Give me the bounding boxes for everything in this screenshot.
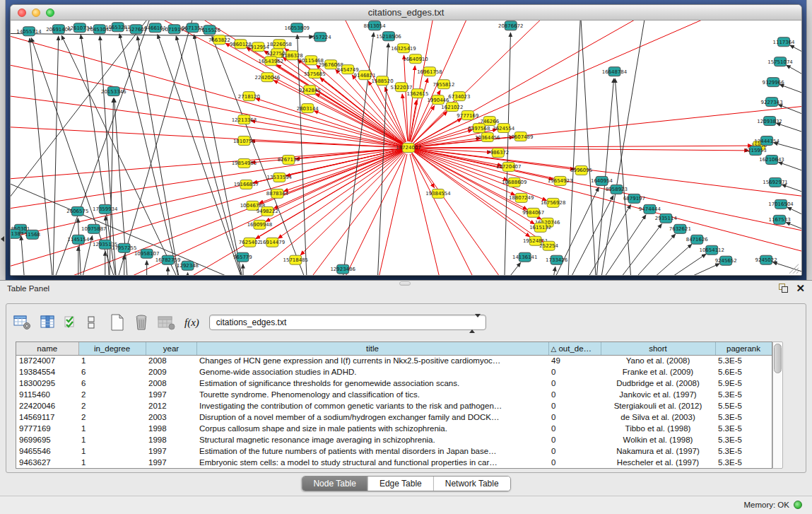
- table-cell[interactable]: 18724007: [16, 355, 78, 366]
- table-cell[interactable]: 1: [78, 423, 146, 434]
- network-node[interactable]: 1362615: [406, 89, 428, 98]
- network-node[interactable]: 16053809: [285, 23, 310, 33]
- column-header-pagerank[interactable]: pagerank: [715, 342, 772, 355]
- new-table-button[interactable]: [110, 314, 125, 331]
- table-cell[interactable]: 0: [548, 378, 601, 389]
- collapse-arrow-icon[interactable]: [1, 236, 4, 242]
- table-cell[interactable]: 5.3E-5: [715, 434, 772, 445]
- column-header-short[interactable]: short: [601, 342, 715, 355]
- table-row[interactable]: 1872400712008Changes of HCN gene express…: [16, 355, 772, 366]
- table-cell[interactable]: 1: [78, 434, 146, 445]
- column-header-out-degree[interactable]: △ out_de…: [548, 342, 601, 355]
- network-node[interactable]: 1640954: [591, 176, 613, 185]
- table-cell[interactable]: 2003: [146, 411, 196, 423]
- table-cell[interactable]: 0: [548, 400, 601, 411]
- window-titlebar[interactable]: citations_edges.txt: [11, 5, 801, 21]
- table-cell[interactable]: 0: [548, 457, 601, 468]
- table-cell[interactable]: 1997: [146, 389, 196, 400]
- column-header-year[interactable]: year: [146, 342, 196, 355]
- network-node[interactable]: 10975887: [81, 224, 106, 233]
- network-node[interactable]: 1145154: [67, 235, 90, 244]
- table-cell[interactable]: Franke et al. (2009): [601, 366, 715, 378]
- table-row[interactable]: 977716911998Corpus callosum shape and si…: [16, 423, 772, 434]
- network-node[interactable]: 10653287: [105, 23, 130, 32]
- table-settings-button[interactable]: [13, 315, 32, 330]
- network-node[interactable]: 20453042: [87, 25, 112, 34]
- table-row[interactable]: 969969511998Structural magnetic resonanc…: [16, 434, 772, 445]
- table-cell[interactable]: 0: [548, 389, 601, 400]
- table-scrollbar[interactable]: [772, 341, 783, 469]
- table-cell[interactable]: 5.9E-5: [715, 378, 772, 389]
- table-cell[interactable]: Structural magnetic resonance image aver…: [196, 434, 548, 445]
- table-cell[interactable]: Disruption of a novel member of a sodium…: [196, 411, 548, 423]
- table-cell[interactable]: Jankovic et al. (1997): [601, 389, 715, 400]
- column-header-in-degree[interactable]: in_degree: [78, 342, 146, 355]
- network-node[interactable]: 15751074: [767, 57, 793, 66]
- network-node[interactable]: 16325419: [391, 44, 416, 53]
- network-node[interactable]: 16640910: [403, 54, 428, 64]
- memory-status[interactable]: Memory: OK: [743, 501, 802, 509]
- network-node[interactable]: 13533594: [267, 173, 293, 182]
- network-node[interactable]: 252254: [539, 241, 558, 250]
- network-node[interactable]: 1527602: [125, 25, 147, 34]
- table-cell[interactable]: Estimation of the future numbers of pati…: [196, 445, 548, 457]
- network-node[interactable]: 10958107: [134, 249, 159, 258]
- network-node[interactable]: 2935114: [655, 214, 678, 223]
- table-cell[interactable]: 6: [78, 366, 146, 378]
- table-cell[interactable]: 19384554: [16, 366, 78, 378]
- tab-network-table[interactable]: Network Table: [433, 477, 510, 491]
- table-cell[interactable]: 5.3E-5: [715, 457, 772, 468]
- network-node[interactable]: 29676068: [318, 60, 343, 69]
- table-row[interactable]: 1938455462009Genome-wide association stu…: [16, 366, 772, 378]
- network-node[interactable]: 19166857: [234, 180, 259, 189]
- table-cell[interactable]: 2: [78, 389, 146, 400]
- network-node[interactable]: 6879197: [623, 194, 645, 203]
- network-node[interactable]: 2718120: [238, 92, 260, 101]
- network-node[interactable]: 14136141: [512, 252, 537, 262]
- network-node[interactable]: 20876672: [498, 21, 523, 30]
- left-panel-strip[interactable]: [0, 0, 6, 280]
- table-cell[interactable]: 0: [548, 366, 601, 378]
- table-select-dropdown[interactable]: citations_edges.txt: [209, 315, 486, 330]
- table-cell[interactable]: Estimation of significance thresholds fo…: [196, 378, 548, 389]
- row-height-button[interactable]: [87, 315, 97, 330]
- network-node[interactable]: 17016504: [768, 199, 794, 209]
- network-node[interactable]: 7663822: [208, 35, 230, 45]
- table-cell[interactable]: 1998: [146, 434, 196, 445]
- float-panel-button[interactable]: [779, 284, 789, 293]
- function-builder-button[interactable]: f(x): [184, 317, 199, 329]
- table-cell[interactable]: 18300295: [16, 378, 78, 389]
- delete-table-button[interactable]: [134, 314, 149, 331]
- network-node[interactable]: 8813054: [364, 21, 387, 30]
- table-cell[interactable]: 9463627: [16, 457, 78, 468]
- table-cell[interactable]: 5.3E-5: [715, 389, 772, 400]
- table-cell[interactable]: 2: [78, 411, 146, 423]
- table-row[interactable]: 1830029562008Estimation of significance …: [16, 378, 772, 389]
- network-node[interactable]: 11568: [25, 230, 40, 239]
- right-panel-strip[interactable]: [806, 0, 812, 280]
- table-row[interactable]: 2242004622012Investigating the contribut…: [16, 400, 772, 411]
- table-cell[interactable]: Changes of HCN gene expression and I(f) …: [196, 355, 548, 366]
- network-node[interactable]: 22420046: [255, 73, 280, 82]
- table-row[interactable]: 911546021997Tourette syndrome. Phenomeno…: [16, 389, 772, 400]
- network-node[interactable]: 15718485: [283, 255, 308, 264]
- network-node[interactable]: 5322037: [390, 83, 412, 92]
- network-node[interactable]: 10719195: [162, 25, 187, 34]
- network-node[interactable]: 2606575: [66, 206, 88, 216]
- show-column-button[interactable]: [40, 315, 56, 330]
- network-node[interactable]: 17957255: [112, 243, 136, 252]
- table-row[interactable]: 946362711997Embryonic stem cells: a mode…: [16, 457, 772, 468]
- table-cell[interactable]: Investigating the contribution of common…: [196, 400, 548, 411]
- network-node[interactable]: 10654112: [699, 245, 724, 255]
- table-cell[interactable]: Tourette syndrome. Phenomenology and cla…: [196, 389, 548, 400]
- table-cell[interactable]: 22420046: [16, 400, 78, 411]
- network-node[interactable]: 1733426: [546, 255, 567, 264]
- network-node[interactable]: 14055714: [16, 27, 42, 36]
- table-cell[interactable]: Hescheler et al. (1997): [601, 457, 715, 468]
- network-node[interactable]: 10607489: [508, 132, 533, 141]
- network-node[interactable]: 15218506: [376, 32, 401, 41]
- table-cell[interactable]: 5.5E-5: [715, 400, 772, 411]
- table-cell[interactable]: Stergiakouli et al. (2012): [601, 400, 715, 411]
- network-node[interactable]: 7986372: [487, 148, 509, 157]
- table-row[interactable]: 946554611997Estimation of the future num…: [16, 445, 772, 457]
